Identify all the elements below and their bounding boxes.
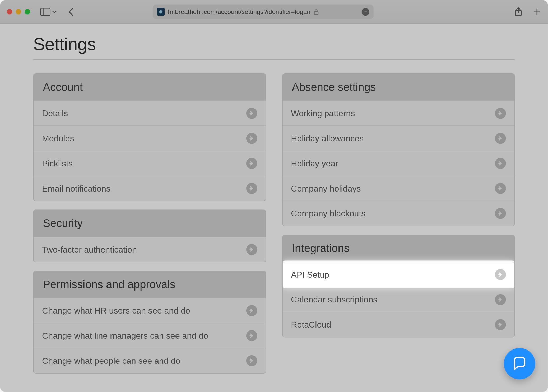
browser-toolbar: hr.breathehr.com/account/settings?identi… bbox=[0, 0, 548, 24]
settings-link-change-what-line-managers-can-see-and-do[interactable]: Change what line managers can see and do bbox=[34, 323, 266, 348]
settings-link-label: Company blackouts bbox=[291, 209, 365, 218]
panel-header: Account bbox=[34, 74, 266, 101]
settings-link-holiday-allowances[interactable]: Holiday allowances bbox=[282, 126, 514, 151]
window-controls bbox=[7, 9, 30, 15]
settings-link-two-factor-authentication[interactable]: Two-factor authentication bbox=[34, 237, 266, 262]
maximize-window-button[interactable] bbox=[25, 9, 30, 15]
settings-link-label: Working patterns bbox=[291, 108, 355, 118]
page-title: Settings bbox=[33, 28, 515, 60]
settings-link-holiday-year[interactable]: Holiday year bbox=[282, 151, 514, 176]
arrow-right-icon bbox=[495, 269, 506, 280]
arrow-right-icon bbox=[495, 183, 506, 194]
settings-link-details[interactable]: Details bbox=[34, 101, 266, 126]
settings-link-label: Company holidays bbox=[291, 184, 361, 193]
settings-link-label: Calendar subscriptions bbox=[291, 295, 377, 305]
page-content: Settings AccountDetailsModulesPicklistsE… bbox=[0, 24, 548, 392]
settings-link-label: Details bbox=[42, 108, 68, 118]
settings-link-picklists[interactable]: Picklists bbox=[34, 151, 266, 176]
sidebar-toggle-button[interactable] bbox=[40, 8, 57, 16]
settings-link-email-notifications[interactable]: Email notifications bbox=[34, 176, 266, 201]
chat-support-button[interactable] bbox=[504, 348, 535, 379]
chevron-down-icon bbox=[52, 10, 57, 14]
settings-link-working-patterns[interactable]: Working patterns bbox=[282, 101, 514, 126]
settings-link-label: Change what HR users can see and do bbox=[42, 306, 190, 315]
settings-link-calendar-subscriptions[interactable]: Calendar subscriptions bbox=[282, 287, 514, 312]
address-bar[interactable]: hr.breathehr.com/account/settings?identi… bbox=[153, 4, 373, 19]
browser-window: hr.breathehr.com/account/settings?identi… bbox=[0, 0, 548, 392]
arrow-right-icon bbox=[246, 133, 257, 144]
settings-link-label: Change what line managers can see and do bbox=[42, 331, 208, 340]
reader-mode-icon[interactable] bbox=[361, 8, 369, 16]
arrow-right-icon bbox=[246, 355, 257, 366]
settings-link-label: API Setup bbox=[291, 270, 329, 279]
new-tab-button[interactable] bbox=[533, 7, 541, 17]
settings-link-label: Two-factor authentication bbox=[42, 245, 137, 254]
arrow-right-icon bbox=[246, 158, 257, 169]
arrow-right-icon bbox=[246, 183, 257, 194]
settings-panel-account: AccountDetailsModulesPicklistsEmail noti… bbox=[33, 73, 266, 201]
settings-link-company-blackouts[interactable]: Company blackouts bbox=[282, 201, 514, 226]
arrow-right-icon bbox=[246, 305, 257, 316]
site-favicon bbox=[157, 8, 165, 16]
close-window-button[interactable] bbox=[7, 9, 12, 15]
arrow-right-icon bbox=[246, 330, 257, 341]
settings-panel-permissions-and-approvals: Permissions and approvalsChange what HR … bbox=[33, 271, 266, 374]
arrow-right-icon bbox=[495, 108, 506, 119]
panel-header: Absence settings bbox=[282, 74, 514, 101]
lock-icon bbox=[314, 9, 319, 15]
arrow-right-icon bbox=[495, 294, 506, 305]
svg-point-5 bbox=[366, 11, 367, 12]
settings-link-change-what-hr-users-can-see-and-do[interactable]: Change what HR users can see and do bbox=[34, 298, 266, 323]
settings-link-label: Holiday year bbox=[291, 158, 338, 168]
arrow-right-icon bbox=[246, 244, 257, 255]
svg-point-4 bbox=[365, 11, 366, 12]
settings-link-label: Picklists bbox=[42, 158, 73, 168]
back-button[interactable] bbox=[68, 7, 74, 16]
svg-rect-2 bbox=[314, 11, 318, 14]
panel-header: Permissions and approvals bbox=[34, 271, 266, 298]
arrow-right-icon bbox=[495, 319, 506, 330]
share-button[interactable] bbox=[514, 7, 522, 17]
settings-link-modules[interactable]: Modules bbox=[34, 126, 266, 151]
settings-panel-absence-settings: Absence settingsWorking patternsHoliday … bbox=[282, 73, 515, 226]
svg-rect-0 bbox=[40, 8, 50, 15]
settings-panel-integrations: IntegrationsAPI SetupCalendar subscripti… bbox=[282, 235, 515, 337]
url-text: hr.breathehr.com/account/settings?identi… bbox=[168, 8, 310, 15]
panel-header: Security bbox=[34, 210, 266, 237]
settings-link-label: RotaCloud bbox=[291, 320, 331, 329]
chat-icon bbox=[512, 356, 527, 371]
panel-header: Integrations bbox=[282, 235, 514, 262]
arrow-right-icon bbox=[246, 108, 257, 119]
settings-link-api-setup[interactable]: API Setup bbox=[282, 262, 514, 287]
settings-link-rotacloud[interactable]: RotaCloud bbox=[282, 312, 514, 337]
settings-link-label: Email notifications bbox=[42, 184, 110, 193]
minimize-window-button[interactable] bbox=[16, 9, 21, 15]
settings-panel-security: SecurityTwo-factor authentication bbox=[33, 210, 266, 262]
settings-link-label: Modules bbox=[42, 133, 74, 143]
settings-link-label: Holiday allowances bbox=[291, 133, 364, 143]
settings-right-column: Absence settingsWorking patternsHoliday … bbox=[282, 73, 515, 374]
settings-link-company-holidays[interactable]: Company holidays bbox=[282, 176, 514, 201]
arrow-right-icon bbox=[495, 133, 506, 144]
settings-link-label: Change what people can see and do bbox=[42, 356, 180, 366]
arrow-right-icon bbox=[495, 158, 506, 169]
settings-left-column: AccountDetailsModulesPicklistsEmail noti… bbox=[33, 73, 266, 374]
arrow-right-icon bbox=[495, 208, 506, 219]
svg-point-3 bbox=[364, 11, 364, 12]
settings-link-change-what-people-can-see-and-do[interactable]: Change what people can see and do bbox=[34, 348, 266, 373]
